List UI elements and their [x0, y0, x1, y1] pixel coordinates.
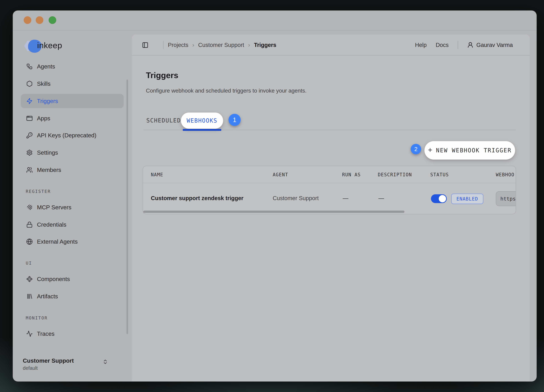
topbar-divider	[163, 41, 164, 49]
sidebar: inkeep Agents Skills Triggers Apps API K…	[13, 11, 132, 381]
sidebar-item-label: MCP Servers	[37, 204, 71, 211]
sidebar-item-components[interactable]: Components	[21, 272, 124, 286]
sidebar-item-label: Members	[37, 167, 61, 173]
breadcrumb: Projects › Customer Support › Triggers	[168, 34, 276, 56]
topbar-right: Help Docs Gaurav Varma	[415, 34, 513, 56]
sidebar-item-triggers[interactable]: Triggers	[21, 94, 124, 108]
new-webhook-trigger-button[interactable]: + NEW WEBHOOK TRIGGER	[425, 141, 515, 160]
chevrons-up-down-icon	[102, 359, 108, 365]
sidebar-item-label: Triggers	[37, 98, 58, 104]
breadcrumb-separator: ›	[248, 42, 250, 48]
sidebar-item-skills[interactable]: Skills	[21, 77, 124, 91]
mcp-icon	[26, 204, 33, 211]
zap-icon	[26, 98, 33, 104]
users-icon	[26, 167, 33, 173]
table-header-divider	[143, 183, 516, 183]
hexagon-icon	[26, 81, 33, 87]
status-toggle[interactable]	[431, 194, 447, 203]
breadcrumb-separator: ›	[192, 42, 194, 48]
trigger-description-cell: —	[378, 195, 384, 201]
workspace-name: Customer Support	[23, 357, 74, 364]
active-tab-underline	[183, 129, 221, 131]
tab-webhooks[interactable]: WEBHOOKS	[181, 113, 223, 129]
column-header-description: DESCRIPTION	[378, 172, 412, 178]
sidebar-item-label: Apps	[37, 115, 50, 122]
sidebar-item-external-agents[interactable]: External Agents	[21, 235, 124, 249]
workspace-environment: default	[23, 365, 74, 371]
sidebar-item-members[interactable]: Members	[21, 163, 124, 177]
sidebar-item-label: Components	[37, 276, 70, 282]
toggle-knob	[439, 195, 446, 202]
inkeep-logo-text: inkeep	[37, 41, 62, 50]
trigger-run-as-cell: —	[343, 195, 348, 201]
app-window-icon	[26, 115, 33, 122]
lock-icon	[26, 221, 33, 228]
column-header-name: NAME	[151, 172, 163, 178]
plus-icon: +	[428, 146, 432, 154]
horizontal-scrollbar[interactable]	[143, 211, 404, 213]
topbar-user-divider	[458, 41, 458, 49]
sidebar-item-agents[interactable]: Agents	[21, 59, 124, 74]
tab-scheduled[interactable]: SCHEDULED	[146, 117, 181, 124]
status-badge: ENABLED	[451, 194, 483, 204]
user-name: Gaurav Varma	[476, 42, 513, 48]
column-header-run-as: RUN AS	[342, 172, 361, 178]
workflow-icon	[26, 63, 33, 70]
app-window: inkeep Agents Skills Triggers Apps API K…	[13, 11, 537, 381]
artifacts-icon	[26, 293, 33, 300]
column-header-agent: AGENT	[273, 172, 288, 178]
page-subtitle: Configure webhook and scheduled triggers…	[146, 88, 307, 94]
sidebar-item-label: External Agents	[37, 238, 78, 245]
topbar: Projects › Customer Support › Triggers H…	[132, 34, 530, 56]
sidebar-item-label: API Keys (Deprecated)	[37, 132, 96, 139]
help-link[interactable]: Help	[415, 42, 426, 48]
panel-left-icon	[142, 42, 148, 48]
sidebar-section-ui: UI	[26, 261, 32, 266]
sidebar-item-settings[interactable]: Settings	[21, 146, 124, 160]
sidebar-item-artifacts[interactable]: Artifacts	[21, 289, 124, 303]
sidebar-item-label: Credentials	[37, 221, 66, 228]
triggers-table: NAME AGENT RUN AS DESCRIPTION STATUS WEB…	[143, 166, 516, 214]
components-icon	[26, 276, 33, 282]
column-header-webhook-url: WEBHOO	[496, 172, 514, 178]
workspace-switcher[interactable]: Customer Support default	[21, 354, 124, 374]
main-panel: Projects › Customer Support › Triggers H…	[132, 34, 530, 381]
sidebar-toggle-button[interactable]	[142, 42, 148, 48]
sidebar-item-label: Skills	[37, 81, 51, 87]
sidebar-section-register: REGISTER	[26, 189, 51, 195]
trigger-agent-cell: Customer Support	[273, 195, 319, 201]
page-title: Triggers	[146, 71, 178, 80]
user-icon	[467, 42, 473, 48]
annotation-badge-1: 1	[229, 114, 241, 126]
docs-link[interactable]: Docs	[436, 42, 449, 48]
annotation-badge-2: 2	[411, 144, 421, 154]
sidebar-item-api-keys[interactable]: API Keys (Deprecated)	[21, 128, 124, 143]
trigger-name-cell: Customer support zendesk trigger	[151, 195, 243, 201]
webhook-url-chip[interactable]: https	[496, 191, 516, 206]
sidebar-item-label: Traces	[37, 331, 54, 337]
sidebar-item-label: Agents	[37, 63, 55, 70]
gear-icon	[26, 149, 33, 156]
sidebar-item-label: Artifacts	[37, 293, 58, 300]
breadcrumb-current: Triggers	[254, 42, 276, 48]
key-icon	[26, 132, 33, 139]
breadcrumb-projects[interactable]: Projects	[168, 42, 189, 48]
sidebar-item-apps[interactable]: Apps	[21, 111, 124, 125]
breadcrumb-customer-support[interactable]: Customer Support	[198, 42, 244, 48]
sidebar-item-traces[interactable]: Traces	[21, 327, 124, 341]
sidebar-section-monitor: MONITOR	[26, 315, 47, 321]
new-webhook-trigger-label: NEW WEBHOOK TRIGGER	[436, 147, 512, 154]
activity-icon	[26, 331, 33, 337]
sidebar-item-mcp-servers[interactable]: MCP Servers	[21, 200, 124, 214]
sidebar-item-credentials[interactable]: Credentials	[21, 218, 124, 232]
column-header-status: STATUS	[430, 172, 449, 178]
user-menu[interactable]: Gaurav Varma	[467, 42, 513, 48]
globe-icon	[26, 238, 33, 245]
sidebar-scrollbar[interactable]	[126, 79, 128, 334]
sidebar-item-label: Settings	[37, 149, 58, 156]
